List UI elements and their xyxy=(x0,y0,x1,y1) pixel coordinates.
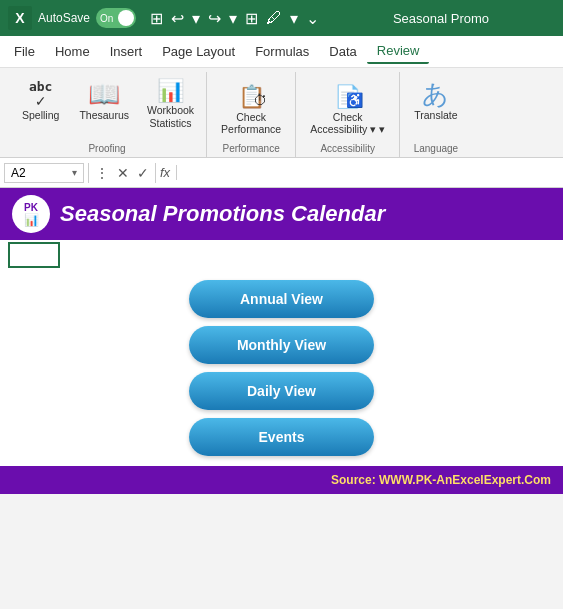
toggle-on-label: On xyxy=(98,13,113,24)
thesaurus-icon: 📖 xyxy=(88,80,120,109)
menu-data[interactable]: Data xyxy=(319,40,366,63)
grid-icon[interactable]: ⊞ xyxy=(243,9,260,28)
file-title: Seasonal Promo xyxy=(327,11,555,26)
ribbon: abc✓ Spelling 📖 Thesaurus 📊 WorkbookStat… xyxy=(0,68,563,158)
thesaurus-button[interactable]: 📖 Thesaurus xyxy=(71,76,137,125)
formula-fx-label[interactable]: fx xyxy=(160,165,177,180)
cell-ref-dropdown[interactable]: ▾ xyxy=(72,167,77,178)
paint-icon[interactable]: 🖊 xyxy=(264,9,284,27)
menu-insert[interactable]: Insert xyxy=(100,40,153,63)
ribbon-group-language: あ Translate Language xyxy=(400,72,471,157)
buttons-area: Annual View Monthly View Daily View Even… xyxy=(0,270,563,466)
formula-cancel-icon[interactable]: ✕ xyxy=(115,165,131,181)
check-accessibility-label: CheckAccessibility ▾ xyxy=(310,111,385,136)
autosave-label: AutoSave xyxy=(38,11,90,25)
cell-reference-box[interactable]: A2 ▾ xyxy=(4,163,84,183)
check-accessibility-icon: 📄♿ xyxy=(334,80,361,111)
spreadsheet: PK 📊 Seasonal Promotions Calendar Annual… xyxy=(0,188,563,494)
menu-review[interactable]: Review xyxy=(367,39,430,64)
logo: PK 📊 xyxy=(12,195,50,233)
workbook-stats-icon: 📊 xyxy=(157,80,184,102)
formula-bar-options-icon[interactable]: ⋮ xyxy=(93,165,111,181)
menu-home[interactable]: Home xyxy=(45,40,100,63)
redo-icon[interactable]: ↪ xyxy=(206,9,223,28)
check-accessibility-button[interactable]: 📄♿ CheckAccessibility ▾ xyxy=(302,76,393,140)
formula-bar: A2 ▾ ⋮ ✕ ✓ fx xyxy=(0,158,563,188)
title-bar: X AutoSave On ⊞ ↩ ▾ ↪ ▾ ⊞ 🖊 ▾ ⌄ Seasonal… xyxy=(0,0,563,36)
check-performance-button[interactable]: 📋⏱ CheckPerformance xyxy=(213,76,289,140)
spelling-label: Spelling xyxy=(22,109,59,122)
spelling-button[interactable]: abc✓ Spelling xyxy=(14,76,67,126)
translate-label: Translate xyxy=(414,109,457,122)
formula-input[interactable] xyxy=(181,165,559,180)
menu-formulas[interactable]: Formulas xyxy=(245,40,319,63)
logo-icon: 📊 xyxy=(24,213,39,227)
formula-bar-icons: ⋮ ✕ ✓ xyxy=(93,165,151,181)
check-performance-icon: 📋⏱ xyxy=(238,80,265,111)
proofing-label: Proofing xyxy=(88,143,125,157)
accessibility-label: Accessibility xyxy=(320,143,374,157)
translate-button[interactable]: あ Translate xyxy=(406,76,465,125)
check-performance-label: CheckPerformance xyxy=(221,111,281,136)
ribbon-group-performance: 📋⏱ CheckPerformance Performance xyxy=(207,72,296,157)
redo-dropdown-icon[interactable]: ▾ xyxy=(227,9,239,28)
ribbon-group-proofing: abc✓ Spelling 📖 Thesaurus 📊 WorkbookStat… xyxy=(8,72,207,157)
footer-text: Source: WWW.PK-AnExcelExpert.Com xyxy=(331,473,551,487)
workbook-statistics-button[interactable]: 📊 WorkbookStatistics xyxy=(141,76,200,133)
thesaurus-label: Thesaurus xyxy=(79,109,129,122)
toolbar-icons: ⊞ ↩ ▾ ↪ ▾ ⊞ 🖊 ▾ ⌄ xyxy=(148,9,321,28)
menu-page-layout[interactable]: Page Layout xyxy=(152,40,245,63)
performance-label: Performance xyxy=(222,143,279,157)
excel-icon: X xyxy=(8,6,32,30)
sheet-header: PK 📊 Seasonal Promotions Calendar xyxy=(0,188,563,240)
sheet-footer: Source: WWW.PK-AnExcelExpert.Com xyxy=(0,466,563,494)
undo-icon[interactable]: ↩ xyxy=(169,9,186,28)
translate-icon: あ xyxy=(422,80,449,109)
paint-dropdown-icon[interactable]: ▾ xyxy=(288,9,300,28)
menu-file[interactable]: File xyxy=(4,40,45,63)
workbook-stats-label: WorkbookStatistics xyxy=(147,104,194,129)
annual-view-button[interactable]: Annual View xyxy=(189,280,374,318)
selected-cell-a2[interactable] xyxy=(8,242,60,268)
sheet-title: Seasonal Promotions Calendar xyxy=(60,201,385,227)
cell-ref-value: A2 xyxy=(11,166,26,180)
undo-dropdown-icon[interactable]: ▾ xyxy=(190,9,202,28)
spelling-icon: abc✓ xyxy=(29,80,52,109)
ribbon-group-accessibility: 📄♿ CheckAccessibility ▾ Accessibility xyxy=(296,72,400,157)
monthly-view-button[interactable]: Monthly View xyxy=(189,326,374,364)
table-icon[interactable]: ⊞ xyxy=(148,9,165,28)
language-label: Language xyxy=(414,143,459,157)
events-button[interactable]: Events xyxy=(189,418,374,456)
daily-view-button[interactable]: Daily View xyxy=(189,372,374,410)
menu-bar: File Home Insert Page Layout Formulas Da… xyxy=(0,36,563,68)
more-icon[interactable]: ⌄ xyxy=(304,9,321,28)
formula-confirm-icon[interactable]: ✓ xyxy=(135,165,151,181)
autosave-toggle[interactable]: On xyxy=(96,8,136,28)
logo-text: PK xyxy=(24,202,38,213)
